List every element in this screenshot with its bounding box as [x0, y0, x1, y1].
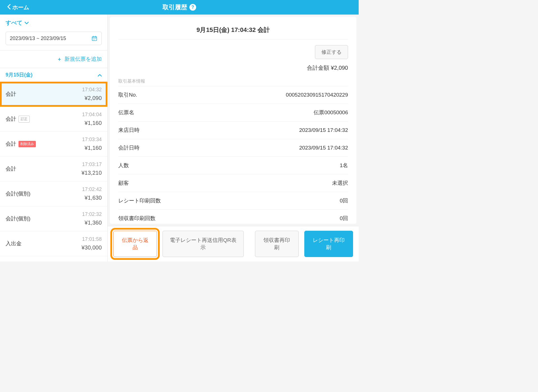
sidebar: すべて 2023/09/13 ~ 2023/09/15	[0, 15, 108, 262]
transaction-amount: ¥30,000	[82, 244, 102, 251]
chevron-up-icon	[98, 72, 102, 78]
app-header: ホーム 取引履歴 ?	[0, 0, 359, 15]
transaction-label: 会計	[6, 165, 16, 172]
reprint-slip-button[interactable]: レシート再印刷	[304, 231, 353, 257]
transaction-time: 17:02:32	[82, 211, 102, 217]
info-value: 伝票00050006	[314, 109, 348, 116]
return-from-slip-button[interactable]: 伝票から返品	[113, 231, 157, 257]
transaction-time: 17:02:42	[82, 186, 102, 192]
info-row: 会計日時2023/09/15 17:04:32	[118, 139, 348, 157]
transaction-label: 会計(個別)	[6, 190, 31, 197]
info-label: 伝票名	[118, 109, 134, 116]
calendar-icon	[91, 35, 98, 41]
transaction-badge: 訂正	[18, 116, 30, 123]
add-slip-button[interactable]: ＋ 新規伝票を追加	[0, 50, 107, 68]
transaction-amount: ¥13,210	[82, 170, 102, 176]
transaction-item[interactable]: 会計17:03:17¥13,210	[0, 157, 107, 181]
info-label: 来店日時	[118, 127, 140, 134]
transaction-time: 17:03:17	[82, 162, 102, 167]
transaction-item[interactable]: 会計削除済み17:03:34¥1,160	[0, 132, 107, 157]
info-row: 領収書印刷回数0回	[118, 209, 348, 224]
transaction-time: 17:04:32	[82, 87, 102, 93]
date-range-input[interactable]: 2023/09/13 ~ 2023/09/15	[6, 32, 102, 45]
svg-point-7	[93, 40, 94, 40]
transaction-amount: ¥1,630	[82, 195, 102, 201]
info-row: 顧客未選択	[118, 174, 348, 192]
info-value: 2023/09/15 17:04:32	[299, 127, 348, 133]
svg-point-6	[95, 39, 96, 39]
info-value: 2023/09/15 17:04:32	[299, 145, 348, 151]
info-label: 取引No.	[118, 91, 137, 99]
transaction-label: 会計(個別)	[6, 215, 31, 222]
info-row: 人数1名	[118, 157, 348, 174]
action-bar: 伝票から返品 電子レシート再送信用QR表示 領収書再印刷 レシート再印刷	[108, 226, 359, 262]
transaction-amount: ¥1,160	[82, 145, 102, 151]
transaction-time: 17:03:34	[82, 137, 102, 143]
svg-point-8	[94, 40, 95, 40]
transaction-badge: 削除済み	[18, 141, 36, 147]
transaction-label: 会計	[6, 140, 16, 148]
info-value: 1名	[340, 162, 348, 169]
page-title: 取引履歴 ?	[163, 3, 196, 11]
info-row: レシート印刷回数0回	[118, 192, 348, 209]
info-label: 人数	[118, 162, 129, 169]
info-row: 取引No.000520230915170420229	[118, 86, 348, 104]
info-label: 会計日時	[118, 144, 140, 151]
plus-icon: ＋	[57, 56, 62, 62]
reprint-receipt-button[interactable]: 領収書再印刷	[255, 231, 299, 257]
help-icon[interactable]: ?	[189, 4, 196, 11]
detail-panel: 9月15日(金) 17:04:32 会計 修正する 合計金額 ¥2,090 取引…	[108, 15, 359, 262]
back-button[interactable]: ホーム	[7, 4, 29, 11]
back-label: ホーム	[12, 4, 29, 11]
svg-point-5	[94, 39, 95, 39]
transaction-time: 17:01:58	[82, 236, 102, 242]
detail-heading: 9月15日(金) 17:04:32 会計	[118, 17, 348, 39]
transaction-label: 入出金	[6, 240, 22, 247]
day-group-header[interactable]: 9月15日(金)	[0, 68, 107, 82]
chevron-down-icon	[25, 21, 29, 25]
info-label: レシート印刷回数	[118, 197, 161, 204]
info-row: 伝票名伝票00050006	[118, 104, 348, 121]
transaction-amount: ¥2,090	[82, 95, 102, 101]
transaction-item[interactable]: 会計(個別)17:02:42¥1,630	[0, 181, 107, 206]
transaction-time: 17:04:04	[82, 112, 102, 118]
transaction-item[interactable]: 入出金17:01:58¥30,000	[0, 231, 107, 256]
qr-resend-button[interactable]: 電子レシート再送信用QR表示	[163, 231, 244, 257]
info-row: 来店日時2023/09/15 17:04:32	[118, 121, 348, 139]
transaction-amount: ¥1,160	[82, 120, 102, 126]
transaction-label: 会計	[6, 115, 16, 123]
info-value: 0回	[340, 215, 348, 222]
info-label: 顧客	[118, 179, 129, 187]
transaction-item[interactable]: 会計(個別)17:02:32¥1,360	[0, 206, 107, 231]
edit-button[interactable]: 修正する	[315, 45, 348, 59]
transaction-item[interactable]: 会計訂正17:04:04¥1,160	[0, 107, 107, 132]
transaction-item[interactable]: 会計17:04:32¥2,090	[0, 82, 107, 107]
info-value: 000520230915170420229	[286, 92, 348, 98]
total-amount: 合計金額 ¥2,090	[307, 64, 348, 72]
chevron-left-icon	[7, 4, 11, 11]
section-title: 取引基本情報	[118, 78, 348, 84]
info-value: 0回	[340, 197, 348, 204]
svg-point-4	[93, 39, 94, 39]
filter-dropdown[interactable]: すべて	[6, 19, 102, 27]
info-value: 未選択	[332, 179, 348, 187]
transaction-label: 会計	[6, 90, 16, 98]
info-label: 領収書印刷回数	[118, 215, 156, 222]
transaction-amount: ¥1,360	[82, 220, 102, 226]
